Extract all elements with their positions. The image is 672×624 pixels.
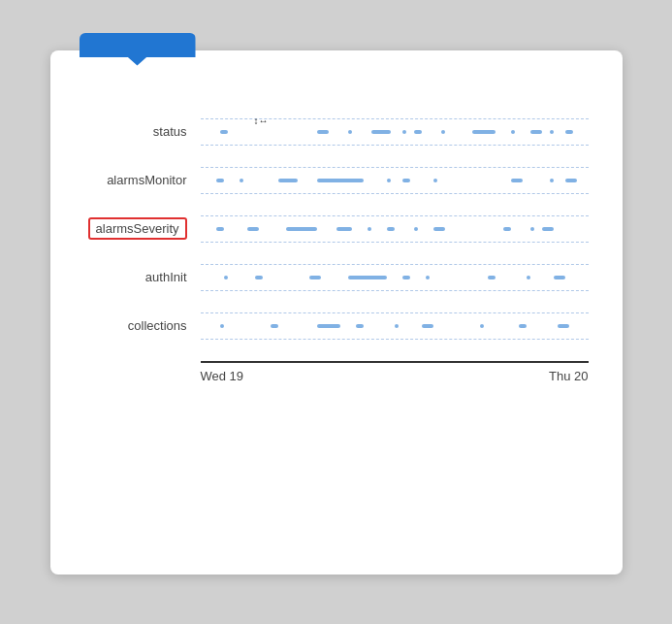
tick — [565, 130, 573, 134]
tick — [402, 276, 410, 279]
cursor-icon: ↕↔ — [254, 115, 269, 126]
tick — [224, 276, 228, 279]
tick — [480, 324, 484, 328]
tick — [247, 227, 259, 231]
row-label-alarmsMonitor: alarmsMonitor — [84, 173, 201, 187]
tick — [220, 130, 228, 134]
tick — [402, 130, 406, 134]
tick — [550, 179, 554, 182]
selected-label-box: alarmsSeverity — [88, 217, 187, 240]
tick — [271, 324, 278, 328]
tick — [220, 324, 224, 328]
tick — [278, 179, 298, 182]
tick — [317, 130, 329, 134]
tick — [565, 179, 577, 182]
tick — [558, 324, 569, 328]
row-label-collections: collections — [84, 318, 201, 333]
tick — [414, 130, 422, 134]
timeline-row-authInit[interactable]: authInit — [201, 264, 589, 291]
tick — [395, 324, 399, 328]
tick — [530, 130, 542, 134]
timeline-row-alarmsMonitor[interactable]: alarmsMonitor — [201, 167, 589, 194]
tick — [336, 227, 352, 231]
tick — [433, 179, 437, 182]
tick — [309, 276, 321, 279]
tick — [368, 227, 371, 231]
tick — [356, 324, 364, 328]
x-axis: Wed 19Thu 20 — [201, 361, 589, 383]
tick — [286, 227, 317, 231]
tick — [348, 130, 352, 134]
x-axis-label-0: Wed 19 — [201, 369, 244, 383]
row-track-status: ↕↔ — [201, 118, 589, 146]
main-card: status↕↔alarmsMonitoralarmsSeverityauthI… — [50, 50, 623, 575]
row-label-alarmsSeverity: alarmsSeverity — [84, 221, 201, 236]
tick — [371, 130, 391, 134]
tick — [402, 179, 410, 182]
row-track-alarmsMonitor — [201, 167, 589, 194]
row-track-alarmsSeverity — [201, 215, 589, 243]
tick — [414, 227, 418, 231]
tick — [511, 179, 523, 182]
timeline-row-alarmsSeverity[interactable]: alarmsSeverity — [201, 215, 589, 243]
tick — [542, 227, 554, 231]
x-axis-label-1: Thu 20 — [549, 369, 588, 383]
row-label-status: status — [84, 124, 201, 139]
tick — [216, 227, 224, 231]
timeline-row-status[interactable]: status↕↔ — [201, 118, 589, 146]
tick — [472, 130, 496, 134]
tick — [441, 130, 445, 134]
tick — [317, 324, 340, 328]
tick — [422, 324, 433, 328]
tick — [216, 179, 224, 182]
tick — [387, 227, 395, 231]
tick — [554, 276, 565, 279]
row-track-authInit — [201, 264, 589, 291]
tick — [530, 227, 534, 231]
timeline-container: status↕↔alarmsMonitoralarmsSeverityauthI… — [84, 118, 589, 383]
timeline-row-collections[interactable]: collections — [201, 312, 589, 340]
tick — [433, 227, 445, 231]
tick — [511, 130, 515, 134]
card-body: status↕↔alarmsMonitoralarmsSeverityauthI… — [50, 50, 623, 403]
row-track-collections — [201, 312, 589, 340]
tick — [426, 276, 430, 279]
tick — [387, 179, 391, 182]
tick — [503, 227, 511, 231]
tick — [317, 179, 364, 182]
tick — [488, 276, 496, 279]
tick — [255, 276, 263, 279]
tick — [348, 276, 387, 279]
tick — [240, 179, 243, 182]
tick — [519, 324, 527, 328]
tick — [527, 276, 530, 279]
tick — [550, 130, 554, 134]
row-label-authInit: authInit — [84, 270, 201, 284]
